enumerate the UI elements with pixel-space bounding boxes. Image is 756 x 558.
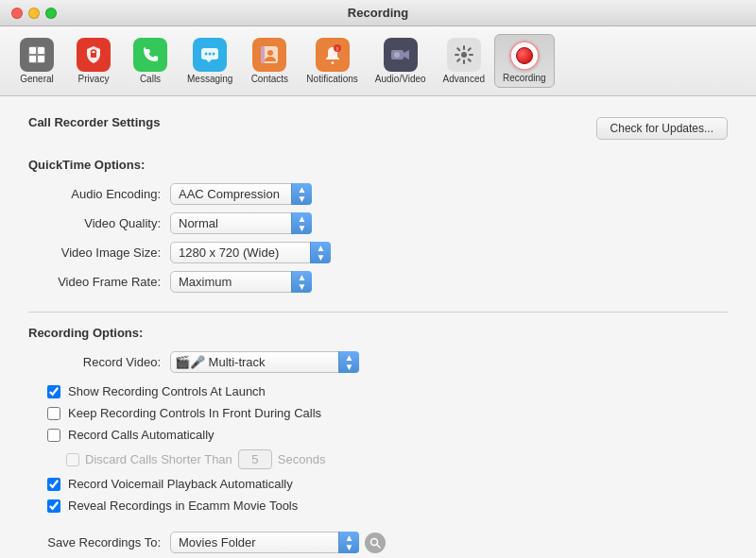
audiovideo-icon bbox=[384, 38, 418, 72]
svg-point-8 bbox=[205, 53, 208, 56]
calls-label: Calls bbox=[140, 74, 161, 84]
discard-calls-label: Discard Calls Shorter Than bbox=[85, 452, 232, 466]
svg-rect-4 bbox=[38, 56, 44, 62]
record-voicemail-row: Record Voicemail Playback Automatically bbox=[28, 477, 728, 491]
audio-encoding-row: Audio Encoding: AAC Compression ▲▼ bbox=[28, 183, 728, 205]
messaging-icon bbox=[193, 38, 227, 72]
recording-options-header: Recording Options: bbox=[28, 326, 728, 340]
video-quality-row: Video Quality: Normal ▲▼ bbox=[28, 212, 728, 234]
svg-rect-12 bbox=[261, 46, 265, 63]
toolbar-item-recording[interactable]: Recording bbox=[494, 34, 555, 88]
discard-seconds-label: Seconds bbox=[278, 452, 326, 466]
save-recordings-row: Save Recordings To: Movies Folder ▲▼ bbox=[28, 532, 728, 553]
record-video-row: Record Video: 🎬🎤 Multi-track ▲▼ bbox=[28, 351, 728, 373]
divider bbox=[28, 312, 728, 313]
toolbar-item-contacts[interactable]: Contacts bbox=[242, 34, 297, 88]
show-recording-controls-label: Show Recording Controls At Launch bbox=[68, 384, 266, 398]
video-quality-select[interactable]: Normal bbox=[170, 212, 312, 234]
recording-label: Recording bbox=[503, 73, 546, 83]
general-label: General bbox=[20, 74, 54, 84]
reveal-recordings-label: Reveal Recordings in Ecamm Movie Tools bbox=[68, 499, 298, 513]
svg-line-21 bbox=[377, 544, 380, 547]
quicktime-options-section: QuickTime Options: Audio Encoding: AAC C… bbox=[28, 158, 728, 293]
notifications-label: Notifications bbox=[306, 74, 357, 84]
record-calls-automatically-row: Record Calls Automatically bbox=[28, 428, 728, 442]
title-bar: Recording bbox=[0, 0, 756, 26]
advanced-icon bbox=[447, 38, 481, 72]
search-icon bbox=[369, 537, 381, 549]
general-icon bbox=[20, 38, 54, 72]
privacy-label: Privacy bbox=[78, 74, 110, 84]
record-video-wrapper: 🎬🎤 Multi-track ▲▼ bbox=[170, 351, 359, 373]
messaging-label: Messaging bbox=[187, 74, 232, 84]
calls-icon bbox=[133, 38, 167, 72]
contacts-icon bbox=[252, 38, 286, 72]
advanced-label: Advanced bbox=[443, 74, 485, 84]
discard-calls-checkbox[interactable] bbox=[66, 453, 79, 466]
search-folder-button[interactable] bbox=[365, 533, 386, 553]
close-button[interactable] bbox=[11, 8, 23, 19]
record-calls-automatically-label: Record Calls Automatically bbox=[68, 428, 215, 442]
toolbar-item-calls[interactable]: Calls bbox=[123, 34, 178, 88]
quicktime-options-header: QuickTime Options: bbox=[28, 158, 728, 172]
keep-recording-controls-checkbox[interactable] bbox=[47, 407, 60, 420]
video-frame-rate-wrapper: Maximum ▲▼ bbox=[170, 271, 312, 293]
video-quality-wrapper: Normal ▲▼ bbox=[170, 212, 312, 234]
save-recordings-wrapper: Movies Folder ▲▼ bbox=[170, 532, 359, 553]
save-recordings-select[interactable]: Movies Folder bbox=[170, 532, 359, 553]
notifications-icon: ! bbox=[316, 38, 350, 72]
video-image-size-select[interactable]: 1280 x 720 (Wide) bbox=[170, 242, 331, 263]
svg-point-13 bbox=[267, 50, 273, 56]
svg-rect-1 bbox=[29, 47, 36, 54]
toolbar-item-general[interactable]: General bbox=[9, 34, 64, 88]
discard-seconds-input[interactable] bbox=[238, 449, 272, 469]
svg-point-18 bbox=[394, 52, 400, 58]
record-video-select[interactable]: 🎬🎤 Multi-track bbox=[170, 351, 359, 373]
audiovideo-label: Audio/Video bbox=[375, 74, 426, 84]
show-recording-controls-checkbox[interactable] bbox=[47, 385, 60, 398]
toolbar-item-privacy[interactable]: Privacy bbox=[66, 34, 121, 88]
video-image-size-wrapper: 1280 x 720 (Wide) ▲▼ bbox=[170, 242, 331, 263]
maximize-button[interactable] bbox=[45, 8, 57, 19]
svg-rect-3 bbox=[29, 56, 36, 62]
record-calls-automatically-checkbox[interactable] bbox=[47, 429, 60, 442]
video-image-size-label: Video Image Size: bbox=[38, 245, 161, 260]
record-video-label: Record Video: bbox=[38, 355, 161, 369]
audio-encoding-label: Audio Encoding: bbox=[38, 187, 161, 201]
privacy-icon bbox=[77, 38, 111, 72]
keep-recording-controls-row: Keep Recording Controls In Front During … bbox=[28, 406, 728, 420]
toolbar-item-advanced[interactable]: Advanced bbox=[436, 34, 492, 88]
toolbar-item-audiovideo[interactable]: Audio/Video bbox=[368, 34, 434, 88]
show-recording-controls-row: Show Recording Controls At Launch bbox=[28, 384, 728, 398]
svg-rect-2 bbox=[38, 47, 44, 54]
discard-calls-row: Discard Calls Shorter Than Seconds bbox=[28, 449, 728, 469]
call-recorder-settings-label: Call Recorder Settings bbox=[28, 115, 160, 129]
video-image-size-row: Video Image Size: 1280 x 720 (Wide) ▲▼ bbox=[28, 242, 728, 263]
video-frame-rate-row: Video Frame Rate: Maximum ▲▼ bbox=[28, 271, 728, 293]
svg-point-19 bbox=[461, 52, 467, 58]
svg-text:!: ! bbox=[336, 46, 338, 52]
video-frame-rate-select[interactable]: Maximum bbox=[170, 271, 312, 293]
top-row: Call Recorder Settings Check for Updates… bbox=[28, 115, 728, 141]
audio-encoding-select[interactable]: AAC Compression bbox=[170, 183, 312, 205]
record-voicemail-label: Record Voicemail Playback Automatically bbox=[68, 477, 293, 491]
check-for-updates-button[interactable]: Check for Updates... bbox=[596, 117, 728, 140]
reveal-recordings-row: Reveal Recordings in Ecamm Movie Tools bbox=[28, 499, 728, 513]
reveal-recordings-checkbox[interactable] bbox=[47, 499, 60, 513]
svg-point-14 bbox=[331, 61, 334, 64]
svg-point-9 bbox=[209, 53, 212, 56]
svg-point-10 bbox=[213, 53, 215, 56]
audio-encoding-wrapper: AAC Compression ▲▼ bbox=[170, 183, 312, 205]
toolbar-item-notifications[interactable]: ! Notifications bbox=[299, 34, 365, 88]
video-quality-label: Video Quality: bbox=[38, 216, 161, 230]
window-title: Recording bbox=[348, 6, 408, 20]
toolbar-item-messaging[interactable]: Messaging bbox=[180, 34, 240, 88]
minimize-button[interactable] bbox=[28, 8, 40, 19]
contacts-label: Contacts bbox=[251, 74, 288, 84]
traffic-lights bbox=[11, 8, 57, 19]
save-recordings-label: Save Recordings To: bbox=[38, 535, 161, 550]
recording-options-section: Recording Options: Record Video: 🎬🎤 Mult… bbox=[28, 326, 728, 513]
record-voicemail-checkbox[interactable] bbox=[47, 478, 60, 491]
content-area: Call Recorder Settings Check for Updates… bbox=[0, 96, 756, 558]
recording-icon bbox=[507, 39, 541, 73]
